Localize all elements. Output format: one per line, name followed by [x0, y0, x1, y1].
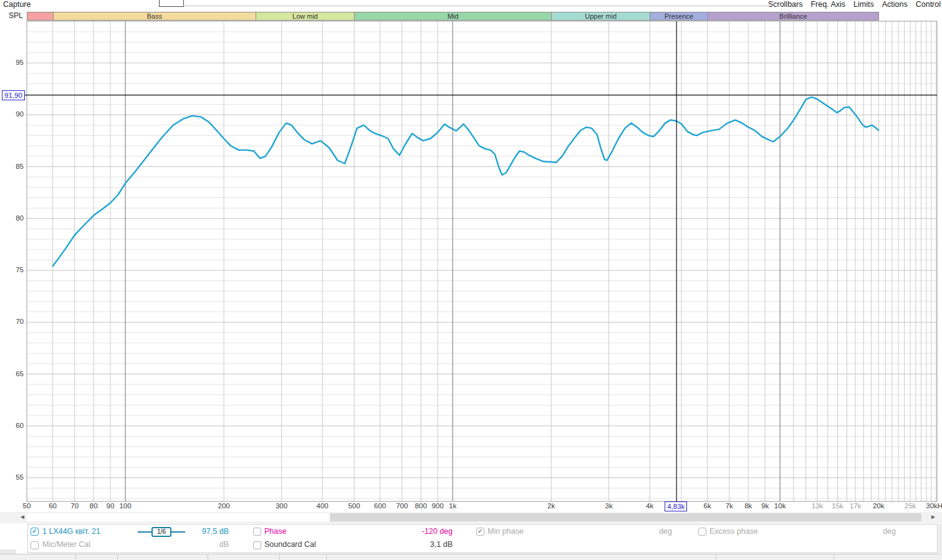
smoothing-selector[interactable]: 1/6 [151, 527, 171, 537]
x-tick-label: 90 [107, 502, 115, 510]
cursor-db-readout[interactable]: 91,90 [2, 90, 25, 100]
bottom-left-cell [0, 549, 16, 554]
soundcard-cal-checkbox[interactable] [253, 541, 261, 549]
x-tick-label: 9k [761, 502, 769, 510]
bottom-strip-divider [208, 554, 208, 560]
panel-right-gutter [938, 524, 942, 553]
x-tick-label: 4k [646, 502, 653, 510]
bottom-strip-divider [117, 554, 118, 560]
bottom-strip-divider [834, 554, 834, 560]
y-tick-label: 55 [6, 473, 24, 481]
bottom-strip-divider [75, 554, 76, 560]
cursor-freq-readout[interactable]: 4,83k [665, 501, 687, 511]
x-tick-label: 300 [276, 502, 287, 510]
x-tick-label: 400 [317, 502, 329, 510]
bottom-strip-divider [716, 554, 716, 560]
x-tick-label: 200 [218, 502, 230, 510]
x-tick-label: 100 [119, 502, 131, 510]
x-tick-label: 3k [605, 502, 613, 510]
x-tick-label: 6k [704, 502, 711, 510]
x-tick-label: 8k [744, 502, 752, 510]
bottom-strip-divider [326, 554, 327, 560]
x-tick-label: 20k [873, 502, 885, 510]
min-phase-checkbox[interactable] [476, 528, 484, 536]
x-tick-label: 17k [850, 502, 862, 510]
bottom-strip-divider [279, 554, 280, 560]
x-tick-label: 2k [547, 502, 555, 510]
y-tick-label: 65 [6, 370, 24, 377]
y-tick-label: 95 [6, 59, 24, 66]
y-tick-label: 90 [6, 110, 24, 118]
scroll-right-icon[interactable]: ► [930, 513, 936, 521]
plot-border [27, 21, 937, 501]
scrollbar-thumb[interactable] [330, 513, 921, 521]
y-tick-label: 75 [6, 266, 24, 273]
x-tick-label: 800 [415, 502, 427, 510]
bottom-panel-strip [0, 554, 942, 560]
x-tick-label: 700 [396, 502, 408, 510]
x-tick-label: 900 [431, 502, 443, 510]
x-tick-label: 80 [90, 502, 98, 510]
x-tick-label: 30kHz [926, 502, 942, 510]
x-tick-label: 600 [374, 502, 386, 510]
y-tick-label: 70 [6, 318, 24, 325]
x-tick-label: 7k [726, 502, 733, 510]
phase-checkbox[interactable] [253, 528, 261, 536]
x-tick-label: 50 [23, 502, 31, 510]
x-tick-label: 13k [812, 502, 824, 510]
x-tick-label: 10k [774, 502, 786, 510]
y-tick-label: 60 [6, 422, 24, 429]
x-tick-label: 1k [449, 502, 456, 510]
x-tick-label: 25k [905, 502, 916, 510]
x-tick-label: 15k [832, 502, 843, 510]
x-tick-label: 60 [49, 502, 57, 510]
x-tick-label: 70 [70, 502, 79, 510]
horizontal-scrollbar[interactable]: ◄ ► [0, 512, 942, 523]
scrollbar-track[interactable] [27, 513, 330, 521]
x-tick-label: 500 [348, 502, 360, 510]
measurement-checkbox[interactable] [31, 528, 39, 536]
scroll-left-icon[interactable]: ◄ [19, 513, 26, 521]
y-tick-label: 80 [6, 214, 24, 222]
frequency-response-curve [53, 97, 879, 266]
mic-cal-checkbox[interactable] [31, 541, 39, 549]
excess-phase-checkbox[interactable] [698, 528, 706, 536]
y-tick-label: 85 [6, 163, 24, 170]
spl-chart [0, 0, 942, 526]
